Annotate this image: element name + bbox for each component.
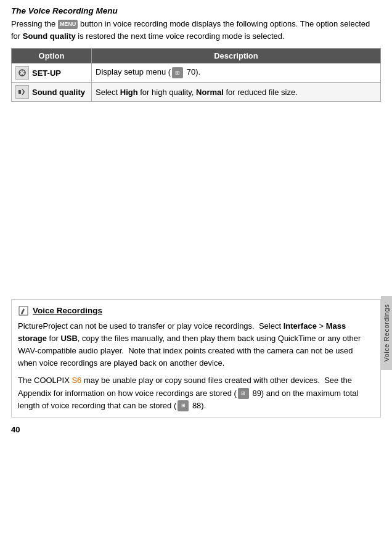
table-row: Sound quality Select High for high quali…: [12, 83, 381, 102]
options-table: Option Description: [11, 48, 381, 102]
intro-paragraph: Pressing the MENU button in voice record…: [11, 18, 381, 42]
table-cell-description-sound: Select High for high quality, Normal for…: [92, 83, 381, 102]
high-bold: High: [120, 88, 138, 97]
ref-icon-88: ⊞: [178, 400, 189, 411]
section-title: The Voice Recording Menu: [11, 6, 381, 15]
interface-bold: Interface: [284, 321, 317, 331]
note-body: PictureProject can not be used to transf…: [18, 320, 374, 412]
side-tab: Voice Recordings: [381, 296, 392, 370]
table-cell-description: Display setup menu (⊞ 70).: [92, 64, 381, 83]
main-content: The Voice Recording Menu Pressing the ME…: [11, 0, 381, 447]
sound-quality-bold: Sound quality: [23, 31, 76, 41]
note-title: Voice Recordings: [18, 305, 374, 318]
table-cell-option: SET-UP: [12, 64, 92, 83]
setup-label: SET-UP: [32, 68, 61, 78]
sound-quality-icon: [15, 85, 29, 99]
pencil-icon: [18, 305, 29, 316]
ref-icon-70: ⊞: [172, 67, 183, 78]
table-cell-option-sound: Sound quality: [12, 83, 92, 102]
usb-bold: USB: [60, 334, 77, 343]
note-paragraph-2: The COOLPIX S6 may be unable play or cop…: [18, 374, 374, 411]
setup-icon: [15, 66, 29, 80]
note-box: Voice Recordings PictureProject can not …: [11, 299, 381, 418]
table-row: SET-UP Display setup menu (⊞ 70).: [12, 64, 381, 83]
svg-rect-5: [18, 90, 21, 94]
page-number: 40: [11, 425, 381, 434]
menu-button-inline: MENU: [58, 20, 78, 30]
ref-icon-89: ⊞: [238, 388, 249, 399]
bottom-section: Voice Recordings PictureProject can not …: [11, 299, 381, 447]
normal-bold: Normal: [196, 88, 224, 97]
table-header-description: Description: [92, 49, 381, 64]
s6-colored: S6: [71, 376, 81, 385]
sound-quality-label: Sound quality: [32, 88, 85, 97]
side-tab-label: Voice Recordings: [383, 304, 390, 362]
note-paragraph-1: PictureProject can not be used to transf…: [18, 320, 374, 370]
table-header-option: Option: [12, 49, 92, 64]
note-title-text: Voice Recordings: [33, 305, 102, 318]
